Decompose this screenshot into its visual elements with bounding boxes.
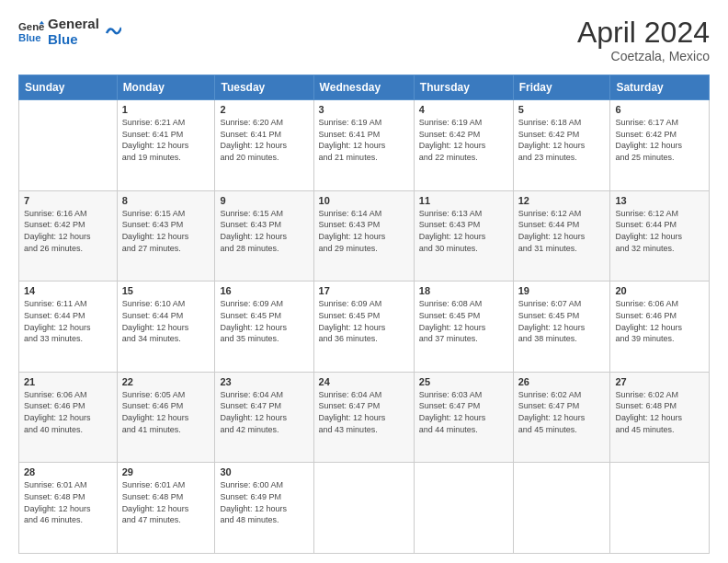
day-number: 2 bbox=[220, 104, 308, 115]
day-number: 8 bbox=[122, 195, 210, 206]
svg-text:Blue: Blue bbox=[18, 31, 41, 42]
col-wednesday: Wednesday bbox=[313, 75, 414, 100]
day-number: 13 bbox=[615, 195, 704, 206]
calendar-cell bbox=[313, 463, 414, 554]
day-number: 9 bbox=[220, 195, 308, 206]
day-number: 4 bbox=[419, 104, 508, 115]
day-info: Sunrise: 6:07 AM Sunset: 6:45 PM Dayligh… bbox=[518, 298, 606, 344]
day-number: 29 bbox=[122, 466, 210, 477]
calendar-cell: 21Sunrise: 6:06 AM Sunset: 6:46 PM Dayli… bbox=[19, 372, 118, 463]
day-number: 20 bbox=[615, 285, 704, 296]
day-number: 25 bbox=[419, 376, 508, 387]
calendar-cell: 16Sunrise: 6:09 AM Sunset: 6:45 PM Dayli… bbox=[215, 282, 313, 373]
col-thursday: Thursday bbox=[414, 75, 513, 100]
calendar-cell bbox=[513, 463, 610, 554]
calendar-cell: 24Sunrise: 6:04 AM Sunset: 6:47 PM Dayli… bbox=[313, 372, 414, 463]
day-info: Sunrise: 6:15 AM Sunset: 6:43 PM Dayligh… bbox=[220, 208, 308, 254]
day-number: 5 bbox=[518, 104, 606, 115]
col-friday: Friday bbox=[513, 75, 610, 100]
day-number: 19 bbox=[518, 285, 606, 296]
day-info: Sunrise: 6:09 AM Sunset: 6:45 PM Dayligh… bbox=[220, 298, 308, 344]
day-info: Sunrise: 6:08 AM Sunset: 6:45 PM Dayligh… bbox=[419, 298, 508, 344]
day-info: Sunrise: 6:05 AM Sunset: 6:46 PM Dayligh… bbox=[122, 389, 210, 435]
day-number: 15 bbox=[122, 285, 210, 296]
calendar-cell: 3Sunrise: 6:19 AM Sunset: 6:41 PM Daylig… bbox=[313, 100, 414, 191]
calendar-week-3: 14Sunrise: 6:11 AM Sunset: 6:44 PM Dayli… bbox=[19, 282, 710, 373]
calendar-cell: 20Sunrise: 6:06 AM Sunset: 6:46 PM Dayli… bbox=[610, 282, 710, 373]
day-number: 18 bbox=[419, 285, 508, 296]
day-number: 16 bbox=[220, 285, 308, 296]
day-number: 24 bbox=[319, 376, 409, 387]
logo: General Blue General Blue bbox=[18, 17, 121, 47]
day-info: Sunrise: 6:06 AM Sunset: 6:46 PM Dayligh… bbox=[615, 298, 704, 344]
calendar-cell bbox=[610, 463, 710, 554]
calendar-week-5: 28Sunrise: 6:01 AM Sunset: 6:48 PM Dayli… bbox=[19, 463, 710, 554]
calendar-cell: 17Sunrise: 6:09 AM Sunset: 6:45 PM Dayli… bbox=[313, 282, 414, 373]
calendar-cell: 10Sunrise: 6:14 AM Sunset: 6:43 PM Dayli… bbox=[313, 190, 414, 282]
calendar-cell: 13Sunrise: 6:12 AM Sunset: 6:44 PM Dayli… bbox=[610, 190, 710, 282]
calendar-cell: 25Sunrise: 6:03 AM Sunset: 6:47 PM Dayli… bbox=[414, 372, 513, 463]
logo-wave-icon bbox=[105, 18, 121, 39]
day-number: 22 bbox=[122, 376, 210, 387]
day-info: Sunrise: 6:02 AM Sunset: 6:47 PM Dayligh… bbox=[518, 389, 606, 435]
logo-icon: General Blue bbox=[18, 19, 44, 45]
day-info: Sunrise: 6:12 AM Sunset: 6:44 PM Dayligh… bbox=[518, 208, 606, 254]
day-number: 17 bbox=[319, 285, 409, 296]
day-number: 6 bbox=[615, 104, 704, 115]
day-info: Sunrise: 6:04 AM Sunset: 6:47 PM Dayligh… bbox=[319, 389, 409, 435]
day-number: 1 bbox=[122, 104, 210, 115]
calendar-cell: 1Sunrise: 6:21 AM Sunset: 6:41 PM Daylig… bbox=[117, 100, 215, 191]
day-info: Sunrise: 6:00 AM Sunset: 6:49 PM Dayligh… bbox=[220, 479, 308, 525]
calendar-cell: 30Sunrise: 6:00 AM Sunset: 6:49 PM Dayli… bbox=[215, 463, 313, 554]
logo-text-blue: Blue bbox=[48, 32, 99, 48]
calendar-cell: 26Sunrise: 6:02 AM Sunset: 6:47 PM Dayli… bbox=[513, 372, 610, 463]
col-monday: Monday bbox=[117, 75, 215, 100]
col-sunday: Sunday bbox=[19, 75, 118, 100]
calendar-cell: 18Sunrise: 6:08 AM Sunset: 6:45 PM Dayli… bbox=[414, 282, 513, 373]
day-info: Sunrise: 6:02 AM Sunset: 6:48 PM Dayligh… bbox=[615, 389, 704, 435]
calendar-cell: 6Sunrise: 6:17 AM Sunset: 6:42 PM Daylig… bbox=[610, 100, 710, 191]
calendar-cell: 14Sunrise: 6:11 AM Sunset: 6:44 PM Dayli… bbox=[19, 282, 118, 373]
calendar-week-2: 7Sunrise: 6:16 AM Sunset: 6:42 PM Daylig… bbox=[19, 190, 710, 282]
day-info: Sunrise: 6:15 AM Sunset: 6:43 PM Dayligh… bbox=[122, 208, 210, 254]
calendar-cell: 28Sunrise: 6:01 AM Sunset: 6:48 PM Dayli… bbox=[19, 463, 118, 554]
calendar-cell: 5Sunrise: 6:18 AM Sunset: 6:42 PM Daylig… bbox=[513, 100, 610, 191]
day-info: Sunrise: 6:21 AM Sunset: 6:41 PM Dayligh… bbox=[122, 117, 210, 163]
subtitle: Coetzala, Mexico bbox=[577, 49, 710, 63]
day-info: Sunrise: 6:01 AM Sunset: 6:48 PM Dayligh… bbox=[122, 479, 210, 525]
calendar-cell: 15Sunrise: 6:10 AM Sunset: 6:44 PM Dayli… bbox=[117, 282, 215, 373]
logo-text-general: General bbox=[48, 17, 99, 32]
main-title: April 2024 bbox=[577, 17, 710, 49]
header-row: Sunday Monday Tuesday Wednesday Thursday… bbox=[19, 75, 710, 100]
day-info: Sunrise: 6:09 AM Sunset: 6:45 PM Dayligh… bbox=[319, 298, 409, 344]
day-number: 26 bbox=[518, 376, 606, 387]
calendar-cell bbox=[19, 100, 118, 191]
day-number: 14 bbox=[24, 285, 112, 296]
day-info: Sunrise: 6:19 AM Sunset: 6:41 PM Dayligh… bbox=[319, 117, 409, 163]
calendar-cell: 11Sunrise: 6:13 AM Sunset: 6:43 PM Dayli… bbox=[414, 190, 513, 282]
day-info: Sunrise: 6:20 AM Sunset: 6:41 PM Dayligh… bbox=[220, 117, 308, 163]
calendar-cell: 4Sunrise: 6:19 AM Sunset: 6:42 PM Daylig… bbox=[414, 100, 513, 191]
calendar-cell: 19Sunrise: 6:07 AM Sunset: 6:45 PM Dayli… bbox=[513, 282, 610, 373]
day-number: 11 bbox=[419, 195, 508, 206]
day-info: Sunrise: 6:03 AM Sunset: 6:47 PM Dayligh… bbox=[419, 389, 508, 435]
header: General Blue General Blue April 2024 Coe… bbox=[18, 17, 710, 63]
calendar-week-1: 1Sunrise: 6:21 AM Sunset: 6:41 PM Daylig… bbox=[19, 100, 710, 191]
calendar-table: Sunday Monday Tuesday Wednesday Thursday… bbox=[18, 75, 710, 554]
calendar-cell: 2Sunrise: 6:20 AM Sunset: 6:41 PM Daylig… bbox=[215, 100, 313, 191]
day-info: Sunrise: 6:16 AM Sunset: 6:42 PM Dayligh… bbox=[24, 208, 112, 254]
day-info: Sunrise: 6:19 AM Sunset: 6:42 PM Dayligh… bbox=[419, 117, 508, 163]
day-number: 7 bbox=[24, 195, 112, 206]
calendar-cell: 27Sunrise: 6:02 AM Sunset: 6:48 PM Dayli… bbox=[610, 372, 710, 463]
day-number: 27 bbox=[615, 376, 704, 387]
col-saturday: Saturday bbox=[610, 75, 710, 100]
day-info: Sunrise: 6:17 AM Sunset: 6:42 PM Dayligh… bbox=[615, 117, 704, 163]
day-info: Sunrise: 6:10 AM Sunset: 6:44 PM Dayligh… bbox=[122, 298, 210, 344]
calendar-cell: 22Sunrise: 6:05 AM Sunset: 6:46 PM Dayli… bbox=[117, 372, 215, 463]
calendar-cell bbox=[414, 463, 513, 554]
calendar-cell: 23Sunrise: 6:04 AM Sunset: 6:47 PM Dayli… bbox=[215, 372, 313, 463]
page: General Blue General Blue April 2024 Coe… bbox=[0, 0, 728, 563]
calendar-cell: 8Sunrise: 6:15 AM Sunset: 6:43 PM Daylig… bbox=[117, 190, 215, 282]
day-number: 10 bbox=[319, 195, 409, 206]
day-info: Sunrise: 6:18 AM Sunset: 6:42 PM Dayligh… bbox=[518, 117, 606, 163]
